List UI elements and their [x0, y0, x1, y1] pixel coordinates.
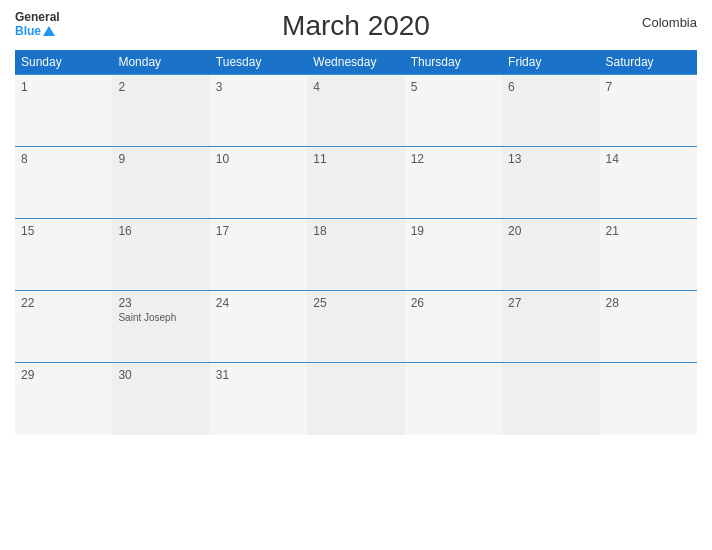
calendar-day-cell [600, 363, 697, 435]
day-number: 18 [313, 224, 398, 238]
calendar-day-cell: 1 [15, 75, 112, 147]
day-number: 22 [21, 296, 106, 310]
calendar-day-cell: 8 [15, 147, 112, 219]
logo: General Blue [15, 10, 60, 39]
calendar-body: 1234567891011121314151617181920212223Sai… [15, 75, 697, 435]
logo-general: General [15, 10, 60, 24]
calendar-day-cell: 5 [405, 75, 502, 147]
day-number: 13 [508, 152, 593, 166]
calendar-week-row: 15161718192021 [15, 219, 697, 291]
logo-blue: Blue [15, 24, 60, 38]
day-number: 27 [508, 296, 593, 310]
day-number: 10 [216, 152, 301, 166]
day-number: 30 [118, 368, 203, 382]
day-number: 31 [216, 368, 301, 382]
calendar-container: General Blue March 2020 Colombia Sunday … [0, 0, 712, 550]
calendar-day-cell: 30 [112, 363, 209, 435]
calendar-week-row: 293031 [15, 363, 697, 435]
day-number: 6 [508, 80, 593, 94]
day-number: 3 [216, 80, 301, 94]
calendar-day-cell: 16 [112, 219, 209, 291]
col-wednesday: Wednesday [307, 50, 404, 75]
day-number: 19 [411, 224, 496, 238]
col-friday: Friday [502, 50, 599, 75]
day-number: 8 [21, 152, 106, 166]
day-number: 7 [606, 80, 691, 94]
calendar-day-cell: 14 [600, 147, 697, 219]
day-number: 25 [313, 296, 398, 310]
calendar-header: General Blue March 2020 Colombia [15, 10, 697, 42]
calendar-day-cell [405, 363, 502, 435]
logo-blue-text: Blue [15, 24, 41, 38]
calendar-day-cell: 9 [112, 147, 209, 219]
day-number: 12 [411, 152, 496, 166]
calendar-day-cell: 23Saint Joseph [112, 291, 209, 363]
calendar-day-cell: 13 [502, 147, 599, 219]
calendar-day-cell: 3 [210, 75, 307, 147]
calendar-day-cell [307, 363, 404, 435]
calendar-day-cell: 7 [600, 75, 697, 147]
day-number: 23 [118, 296, 203, 310]
calendar-day-cell [502, 363, 599, 435]
calendar-day-cell: 12 [405, 147, 502, 219]
day-number: 20 [508, 224, 593, 238]
day-number: 4 [313, 80, 398, 94]
day-number: 2 [118, 80, 203, 94]
col-monday: Monday [112, 50, 209, 75]
calendar-week-row: 891011121314 [15, 147, 697, 219]
day-number: 11 [313, 152, 398, 166]
calendar-day-cell: 19 [405, 219, 502, 291]
calendar-title: March 2020 [282, 10, 430, 42]
calendar-day-cell: 26 [405, 291, 502, 363]
calendar-day-cell: 20 [502, 219, 599, 291]
calendar-day-cell: 24 [210, 291, 307, 363]
day-number: 5 [411, 80, 496, 94]
calendar-week-row: 1234567 [15, 75, 697, 147]
calendar-day-cell: 29 [15, 363, 112, 435]
calendar-day-cell: 17 [210, 219, 307, 291]
calendar-day-cell: 31 [210, 363, 307, 435]
calendar-day-cell: 4 [307, 75, 404, 147]
calendar-day-cell: 6 [502, 75, 599, 147]
calendar-day-cell: 25 [307, 291, 404, 363]
calendar-table: Sunday Monday Tuesday Wednesday Thursday… [15, 50, 697, 435]
calendar-day-cell: 15 [15, 219, 112, 291]
col-saturday: Saturday [600, 50, 697, 75]
day-number: 17 [216, 224, 301, 238]
day-number: 15 [21, 224, 106, 238]
day-number: 28 [606, 296, 691, 310]
country-label: Colombia [642, 15, 697, 30]
calendar-header-row: Sunday Monday Tuesday Wednesday Thursday… [15, 50, 697, 75]
day-number: 21 [606, 224, 691, 238]
day-number: 14 [606, 152, 691, 166]
col-tuesday: Tuesday [210, 50, 307, 75]
day-number: 29 [21, 368, 106, 382]
logo-triangle-icon [43, 26, 55, 36]
holiday-name: Saint Joseph [118, 312, 203, 323]
day-number: 24 [216, 296, 301, 310]
col-sunday: Sunday [15, 50, 112, 75]
calendar-day-cell: 11 [307, 147, 404, 219]
calendar-day-cell: 21 [600, 219, 697, 291]
calendar-day-cell: 10 [210, 147, 307, 219]
day-number: 1 [21, 80, 106, 94]
day-number: 16 [118, 224, 203, 238]
calendar-day-cell: 27 [502, 291, 599, 363]
calendar-day-cell: 2 [112, 75, 209, 147]
col-thursday: Thursday [405, 50, 502, 75]
day-number: 9 [118, 152, 203, 166]
calendar-week-row: 2223Saint Joseph2425262728 [15, 291, 697, 363]
calendar-day-cell: 18 [307, 219, 404, 291]
calendar-day-cell: 22 [15, 291, 112, 363]
calendar-day-cell: 28 [600, 291, 697, 363]
day-number: 26 [411, 296, 496, 310]
